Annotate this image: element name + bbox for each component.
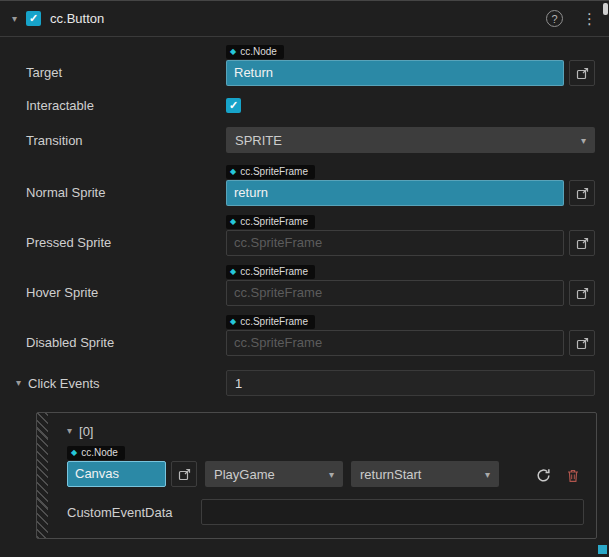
sprite-picker-button[interactable] bbox=[569, 280, 595, 306]
check-icon: ✓ bbox=[29, 13, 38, 24]
transition-value: SPRITE bbox=[235, 133, 282, 148]
event-component-dropdown[interactable]: PlayGame ▾ bbox=[205, 461, 343, 487]
property-label: Disabled Sprite bbox=[14, 335, 226, 356]
asset-diamond-icon: ◆ bbox=[230, 268, 236, 276]
asset-diamond-icon: ◆ bbox=[230, 318, 236, 326]
asset-type-badge: ◆ cc.SpriteFrame bbox=[226, 315, 315, 329]
disabled-sprite-field[interactable]: cc.SpriteFrame bbox=[226, 330, 564, 356]
event-handler-value: returnStart bbox=[360, 467, 421, 482]
property-label: Normal Sprite bbox=[14, 185, 226, 206]
chevron-down-icon: ▾ bbox=[329, 469, 334, 480]
picker-icon bbox=[576, 287, 589, 300]
trash-icon bbox=[566, 468, 580, 483]
asset-diamond-icon: ◆ bbox=[71, 449, 77, 457]
custom-event-data-label: CustomEventData bbox=[67, 505, 201, 520]
component-enabled-checkbox[interactable]: ✓ bbox=[26, 11, 41, 26]
click-events-count-field[interactable]: 1 bbox=[226, 370, 595, 396]
help-icon[interactable]: ? bbox=[546, 10, 563, 27]
event-item-caret-icon[interactable]: ▾ bbox=[67, 426, 72, 436]
scrollbar-thumb[interactable] bbox=[603, 3, 608, 15]
event-component-value: PlayGame bbox=[214, 467, 275, 482]
picker-icon bbox=[178, 468, 191, 481]
component-title: cc.Button bbox=[50, 11, 104, 26]
kebab-menu-icon[interactable]: ⋮ bbox=[582, 11, 597, 26]
property-label: Transition bbox=[14, 133, 226, 148]
property-label: Target bbox=[14, 65, 226, 86]
picker-icon bbox=[576, 67, 589, 80]
normal-sprite-field[interactable]: return bbox=[226, 180, 564, 206]
refresh-button[interactable] bbox=[532, 463, 554, 487]
asset-type-badge: ◆ cc.SpriteFrame bbox=[226, 215, 315, 229]
chevron-down-icon: ▾ bbox=[581, 135, 586, 146]
property-row-click-events: ▾ Click Events 1 bbox=[14, 370, 595, 396]
pressed-sprite-field[interactable]: cc.SpriteFrame bbox=[226, 230, 564, 256]
inspector-panel: ▾ ✓ cc.Button ? ⋮ Target ◆ cc.Node Retur… bbox=[0, 0, 609, 557]
asset-type-badge: ◆ cc.SpriteFrame bbox=[226, 265, 315, 279]
property-row-disabled-sprite: Disabled Sprite ◆ cc.SpriteFrame cc.Spri… bbox=[14, 315, 595, 356]
sprite-picker-button[interactable] bbox=[569, 330, 595, 356]
component-header: ▾ ✓ cc.Button ? ⋮ bbox=[0, 1, 609, 37]
asset-diamond-icon: ◆ bbox=[230, 168, 236, 176]
node-picker-button[interactable] bbox=[171, 461, 197, 487]
event-item-index: [0] bbox=[79, 424, 93, 439]
asset-diamond-icon: ◆ bbox=[230, 48, 236, 56]
property-row-target: Target ◆ cc.Node Return bbox=[14, 45, 595, 86]
property-label: Click Events bbox=[28, 376, 100, 391]
event-node-field[interactable]: Canvas bbox=[67, 461, 166, 487]
event-item-header[interactable]: ▾ [0] bbox=[67, 421, 584, 441]
property-row-transition: Transition SPRITE ▾ bbox=[14, 127, 595, 153]
transition-dropdown[interactable]: SPRITE ▾ bbox=[226, 127, 595, 153]
property-row-pressed-sprite: Pressed Sprite ◆ cc.SpriteFrame cc.Sprit… bbox=[14, 215, 595, 256]
picker-icon bbox=[576, 187, 589, 200]
asset-type-badge: ◆ cc.Node bbox=[226, 45, 284, 59]
asset-type-label: cc.SpriteFrame bbox=[240, 216, 308, 227]
property-label: Interactable bbox=[14, 98, 226, 113]
target-node-field[interactable]: Return bbox=[226, 60, 564, 86]
custom-event-data-input[interactable] bbox=[201, 499, 584, 525]
asset-diamond-icon: ◆ bbox=[230, 218, 236, 226]
asset-type-label: cc.SpriteFrame bbox=[240, 316, 308, 327]
property-label: Hover Sprite bbox=[14, 285, 226, 306]
interactable-checkbox[interactable]: ✓ bbox=[226, 98, 241, 113]
hover-sprite-field[interactable]: cc.SpriteFrame bbox=[226, 280, 564, 306]
drag-handle[interactable] bbox=[37, 413, 48, 538]
event-handler-dropdown[interactable]: returnStart ▾ bbox=[351, 461, 499, 487]
asset-type-badge: ◆ cc.Node bbox=[67, 446, 125, 460]
component-collapse-caret-icon[interactable]: ▾ bbox=[12, 14, 17, 24]
asset-type-label: cc.Node bbox=[240, 46, 277, 57]
sprite-picker-button[interactable] bbox=[569, 230, 595, 256]
sprite-picker-button[interactable] bbox=[569, 180, 595, 206]
refresh-icon bbox=[536, 468, 551, 483]
property-row-normal-sprite: Normal Sprite ◆ cc.SpriteFrame return bbox=[14, 165, 595, 206]
picker-icon bbox=[576, 237, 589, 250]
picker-icon bbox=[576, 337, 589, 350]
corner-accent bbox=[598, 545, 607, 554]
delete-event-button[interactable] bbox=[562, 463, 584, 487]
click-events-caret-icon[interactable]: ▾ bbox=[16, 378, 21, 388]
property-label: Pressed Sprite bbox=[14, 235, 226, 256]
asset-type-label: cc.SpriteFrame bbox=[240, 166, 308, 177]
check-icon: ✓ bbox=[229, 100, 238, 111]
asset-type-label: cc.Node bbox=[81, 447, 118, 458]
node-picker-button[interactable] bbox=[569, 60, 595, 86]
property-row-hover-sprite: Hover Sprite ◆ cc.SpriteFrame cc.SpriteF… bbox=[14, 265, 595, 306]
asset-type-label: cc.SpriteFrame bbox=[240, 266, 308, 277]
click-event-item: ▾ [0] ◆ cc.Node Canvas bbox=[36, 412, 597, 539]
property-row-interactable: Interactable ✓ bbox=[14, 98, 595, 113]
chevron-down-icon: ▾ bbox=[485, 469, 490, 480]
asset-type-badge: ◆ cc.SpriteFrame bbox=[226, 165, 315, 179]
click-events-header[interactable]: ▾ Click Events bbox=[14, 376, 226, 391]
